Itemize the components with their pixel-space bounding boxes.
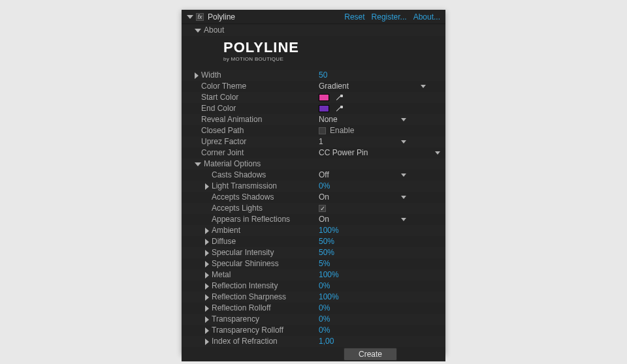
prop-reveal-animation: Reveal Animation None: [182, 114, 445, 125]
collapse-effect-icon[interactable]: [187, 15, 193, 19]
color-theme-dropdown[interactable]: Gradient: [319, 81, 349, 92]
reflection-sharpness-value[interactable]: 100%: [319, 292, 339, 303]
prop-start-color: Start Color: [182, 92, 445, 103]
chevron-right-icon[interactable]: [205, 261, 209, 267]
eyedropper-icon[interactable]: [334, 105, 344, 112]
light-transmission-value[interactable]: 0%: [319, 181, 330, 192]
chevron-right-icon[interactable]: [195, 72, 199, 79]
effect-body: About POLYLINE by MOTION BOUTIQUE Width …: [182, 24, 445, 364]
reflection-intensity-label: Reflection Intensity: [212, 281, 278, 292]
prop-specular-intensity: Specular Intensity 50%: [182, 247, 445, 258]
reveal-animation-label: Reveal Animation: [201, 114, 262, 125]
corner-joint-label: Corner Joint: [201, 147, 244, 159]
chevron-right-icon[interactable]: [205, 250, 209, 256]
eyedropper-icon[interactable]: [334, 94, 344, 101]
prop-ambient: Ambient 100%: [182, 225, 445, 236]
appears-in-reflections-dropdown[interactable]: On: [319, 214, 329, 225]
specular-shininess-label: Specular Shininess: [212, 258, 279, 269]
chevron-right-icon[interactable]: [205, 272, 209, 279]
prop-reflection-rolloff: Reflection Rolloff 0%: [182, 303, 445, 314]
prop-width: Width 50: [182, 70, 445, 81]
casts-shadows-dropdown[interactable]: Off: [319, 170, 329, 181]
accepts-shadows-dropdown[interactable]: On: [319, 192, 329, 203]
effect-title: Polyline: [208, 12, 338, 22]
about-link[interactable]: About...: [413, 12, 440, 22]
prop-transparency: Transparency 0%: [182, 314, 445, 325]
closed-path-label: Closed Path: [201, 125, 244, 136]
diffuse-value[interactable]: 50%: [319, 236, 334, 247]
dropdown-arrow-icon[interactable]: [421, 85, 426, 88]
metal-value[interactable]: 100%: [319, 269, 339, 281]
reflection-rolloff-label: Reflection Rolloff: [212, 303, 271, 314]
prop-reflection-intensity: Reflection Intensity 0%: [182, 281, 445, 292]
material-group-label: Material Options: [204, 159, 261, 170]
prop-reflection-sharpness: Reflection Sharpness 100%: [182, 292, 445, 303]
reveal-animation-dropdown[interactable]: None: [319, 114, 338, 125]
accepts-lights-label: Accepts Lights: [212, 203, 263, 214]
corner-joint-dropdown[interactable]: CC Power Pin: [319, 147, 368, 159]
ambient-value[interactable]: 100%: [319, 225, 339, 236]
dropdown-arrow-icon[interactable]: [401, 140, 406, 144]
diffuse-label: Diffuse: [212, 236, 236, 247]
specular-intensity-value[interactable]: 50%: [319, 247, 334, 258]
chevron-down-icon: [195, 29, 201, 33]
chevron-down-icon: [195, 162, 201, 166]
dropdown-arrow-icon[interactable]: [401, 218, 406, 221]
prop-accepts-shadows: Accepts Shadows On: [182, 192, 445, 203]
chevron-right-icon[interactable]: [205, 183, 209, 190]
chevron-right-icon[interactable]: [205, 228, 209, 234]
register-link[interactable]: Register...: [372, 12, 407, 22]
dropdown-arrow-icon[interactable]: [435, 151, 440, 155]
chevron-right-icon[interactable]: [205, 327, 209, 334]
chevron-right-icon[interactable]: [205, 305, 209, 312]
create-row: Create: [182, 347, 445, 361]
width-value[interactable]: 50: [319, 70, 327, 81]
dropdown-arrow-icon[interactable]: [401, 174, 406, 177]
transparency-rolloff-label: Transparency Rolloff: [212, 325, 283, 336]
reset-link[interactable]: Reset: [344, 12, 364, 22]
reflection-sharpness-label: Reflection Sharpness: [212, 292, 286, 303]
accepts-lights-checkbox[interactable]: ✓: [319, 205, 326, 212]
chevron-right-icon[interactable]: [205, 283, 209, 290]
reflection-intensity-value[interactable]: 0%: [319, 281, 330, 292]
chevron-right-icon[interactable]: [205, 239, 209, 245]
prop-casts-shadows: Casts Shadows Off: [182, 170, 445, 181]
prop-diffuse: Diffuse 50%: [182, 236, 445, 247]
about-group-header[interactable]: About: [182, 25, 445, 36]
logo-title: POLYLINE: [223, 42, 299, 53]
transparency-rolloff-value[interactable]: 0%: [319, 325, 330, 336]
reflection-rolloff-value[interactable]: 0%: [319, 303, 330, 314]
prop-corner-joint: Corner Joint CC Power Pin: [182, 147, 445, 159]
color-theme-label: Color Theme: [201, 81, 246, 92]
prop-index-of-refraction: Index of Refraction 1,00: [182, 336, 445, 347]
prop-color-theme: Color Theme Gradient: [182, 81, 445, 92]
ambient-label: Ambient: [212, 225, 240, 236]
about-group-label: About: [204, 25, 224, 36]
specular-shininess-value[interactable]: 5%: [319, 258, 330, 269]
start-color-label: Start Color: [201, 92, 238, 103]
enable-label: Enable: [330, 125, 354, 136]
prop-transparency-rolloff: Transparency Rolloff 0%: [182, 325, 445, 336]
create-button[interactable]: Create: [344, 348, 397, 361]
accepts-shadows-label: Accepts Shadows: [212, 192, 274, 203]
ior-value[interactable]: 1,00: [319, 336, 334, 347]
start-color-swatch[interactable]: [319, 94, 329, 101]
closed-path-checkbox[interactable]: [319, 127, 326, 134]
transparency-value[interactable]: 0%: [319, 314, 330, 325]
effect-panel: fx Polyline Reset Register... About... A…: [182, 10, 445, 354]
effect-header: fx Polyline Reset Register... About...: [182, 10, 445, 24]
uprez-factor-dropdown[interactable]: 1: [319, 136, 323, 147]
fx-enable-toggle[interactable]: fx: [196, 13, 204, 21]
chevron-right-icon[interactable]: [205, 339, 209, 345]
end-color-swatch[interactable]: [319, 105, 329, 112]
uprez-factor-label: Uprez Factor: [201, 136, 246, 147]
chevron-right-icon[interactable]: [205, 294, 209, 301]
dropdown-arrow-icon[interactable]: [401, 196, 406, 199]
material-group-header[interactable]: Material Options: [182, 159, 445, 170]
chevron-right-icon[interactable]: [205, 316, 209, 323]
dropdown-arrow-icon[interactable]: [401, 118, 406, 121]
prop-appears-in-reflections: Appears in Reflections On: [182, 214, 445, 225]
light-transmission-label: Light Transmission: [212, 181, 277, 192]
ior-label: Index of Refraction: [212, 336, 278, 347]
prop-closed-path: Closed Path Enable: [182, 125, 445, 136]
